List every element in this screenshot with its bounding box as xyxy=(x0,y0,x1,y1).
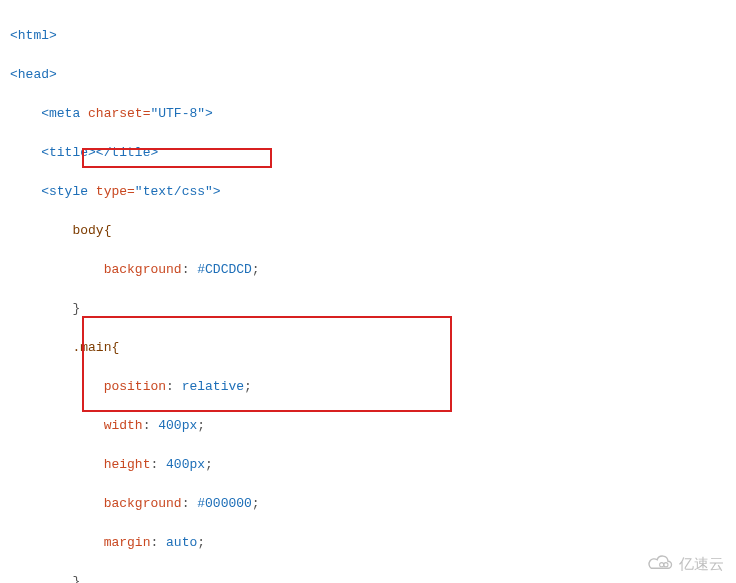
cloud-icon xyxy=(647,554,675,574)
code-line: <style type="text/css"> xyxy=(10,182,726,202)
cssval: 400px xyxy=(166,457,205,472)
tag: <title></title> xyxy=(41,145,158,160)
code-line: } xyxy=(10,299,726,319)
prop: width xyxy=(104,418,143,433)
code-line: body{ xyxy=(10,221,726,241)
code-line: margin: auto; xyxy=(10,533,726,553)
code-line: <head> xyxy=(10,65,726,85)
watermark: 亿速云 xyxy=(647,553,724,576)
tag: <style xyxy=(41,184,96,199)
tag: > xyxy=(205,106,213,121)
code-line: background: #000000; xyxy=(10,494,726,514)
tag: <head> xyxy=(10,67,57,82)
code-line: height: 400px; xyxy=(10,455,726,475)
tag: <html> xyxy=(10,28,57,43)
code-line: <title></title> xyxy=(10,143,726,163)
cssval: auto xyxy=(166,535,197,550)
val: "text/css" xyxy=(135,184,213,199)
prop: position xyxy=(104,379,166,394)
brace: } xyxy=(72,301,80,316)
val: "UTF-8" xyxy=(150,106,205,121)
code-line: .main{ xyxy=(10,338,726,358)
svg-point-1 xyxy=(664,562,668,566)
code-line: } xyxy=(10,572,726,584)
selector: body{ xyxy=(72,223,111,238)
cssval: 400px xyxy=(158,418,197,433)
code-line: position: relative; xyxy=(10,377,726,397)
brace: } xyxy=(72,574,80,584)
svg-point-0 xyxy=(660,562,664,566)
selector: .main{ xyxy=(72,340,119,355)
code-line: width: 400px; xyxy=(10,416,726,436)
cssval: relative xyxy=(182,379,244,394)
prop: margin xyxy=(104,535,151,550)
code-line: <meta charset="UTF-8"> xyxy=(10,104,726,124)
attr: charset= xyxy=(88,106,150,121)
watermark-text: 亿速云 xyxy=(679,553,724,576)
cssval: #CDCDCD xyxy=(197,262,252,277)
cssval: #000000 xyxy=(197,496,252,511)
code-line: background: #CDCDCD; xyxy=(10,260,726,280)
highlight-box xyxy=(82,316,452,412)
code-line: <html> xyxy=(10,26,726,46)
attr: type= xyxy=(96,184,135,199)
prop: background xyxy=(104,262,182,277)
tag: <meta xyxy=(41,106,88,121)
code-block: <html> <head> <meta charset="UTF-8"> <ti… xyxy=(0,0,736,583)
prop: height xyxy=(104,457,151,472)
tag: > xyxy=(213,184,221,199)
prop: background xyxy=(104,496,182,511)
